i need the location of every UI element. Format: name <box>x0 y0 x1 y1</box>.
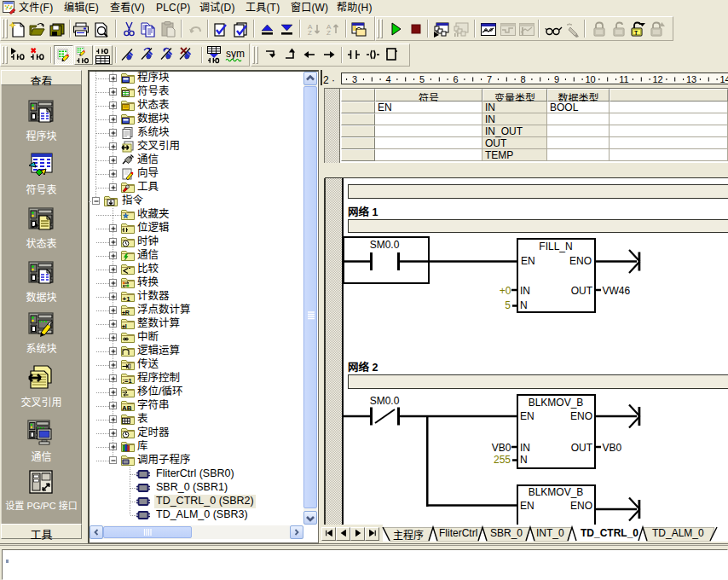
svg-text:BLKMOV_B: BLKMOV_B <box>529 397 584 409</box>
svg-text:EN: EN <box>520 500 534 512</box>
svg-text:VB0: VB0 <box>492 442 511 454</box>
svg-text:EN: EN <box>520 410 534 422</box>
svg-text:8: 8 <box>520 74 525 84</box>
svg-text:13: 13 <box>686 74 696 84</box>
svg-text:Z: Z <box>326 29 331 37</box>
svg-text:ENO: ENO <box>570 410 592 422</box>
svg-text:255: 255 <box>494 454 511 466</box>
svg-text:T: T <box>634 30 638 36</box>
svg-text:N: N <box>520 299 528 311</box>
svg-text:+1: +1 <box>123 295 131 303</box>
svg-text:BLKMOV_B: BLKMOV_B <box>529 486 584 498</box>
svg-text:IN: IN <box>520 285 530 297</box>
svg-text:±I: ±I <box>122 323 127 329</box>
svg-text:±R: ±R <box>122 310 130 316</box>
svg-text::=1: :=1 <box>123 377 132 385</box>
svg-text:OUT: OUT <box>571 442 593 454</box>
svg-text:10: 10 <box>585 74 595 84</box>
svg-text:4: 4 <box>385 74 390 84</box>
svg-text:12: 12 <box>652 74 662 84</box>
svg-text:7: 7 <box>487 74 492 84</box>
svg-text:AB: AB <box>122 404 132 412</box>
svg-text:5: 5 <box>419 74 425 84</box>
svg-text:SM0.0: SM0.0 <box>370 395 400 407</box>
svg-text:VW46: VW46 <box>603 285 631 297</box>
svg-text:FILL_N: FILL_N <box>539 241 572 252</box>
svg-text:5: 5 <box>505 299 511 311</box>
svg-text:IN: IN <box>520 442 530 454</box>
svg-text:ENO: ENO <box>570 500 592 512</box>
svg-text:VB0: VB0 <box>603 442 622 454</box>
svg-text:N: N <box>520 454 528 466</box>
svg-text:11: 11 <box>619 74 628 84</box>
svg-text:6: 6 <box>453 74 458 84</box>
svg-text:3: 3 <box>352 74 357 84</box>
svg-text:SM0.0: SM0.0 <box>370 239 400 251</box>
svg-text:9: 9 <box>554 74 559 84</box>
svg-text:OUT: OUT <box>571 285 593 297</box>
svg-text:Z: Z <box>308 29 312 37</box>
svg-text:+0: +0 <box>500 285 511 297</box>
svg-text:EN: EN <box>521 255 535 267</box>
svg-text:ENO: ENO <box>569 255 592 267</box>
svg-text:14: 14 <box>719 74 728 84</box>
